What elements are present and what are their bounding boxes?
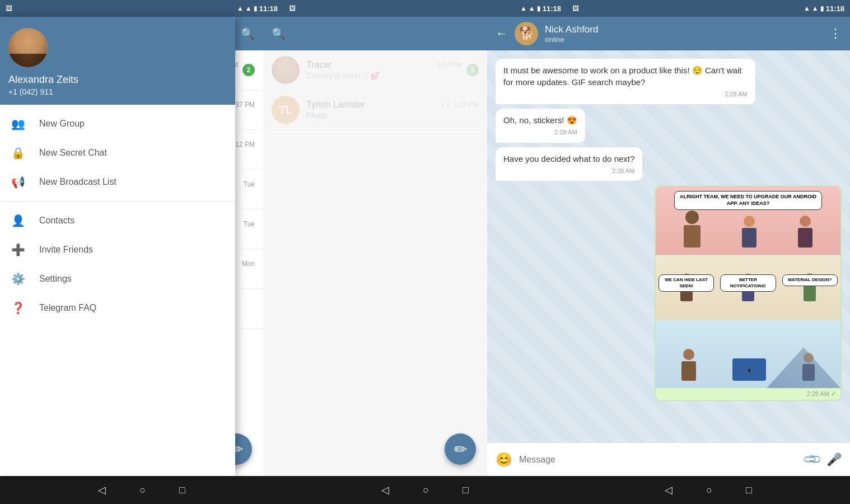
battery-icon-mid: ▮ bbox=[537, 4, 541, 12]
drawer-item-faq[interactable]: ❓ Telegram FAQ bbox=[0, 293, 235, 323]
mid-chat-item-1: Tracer 5:54 PM Cavalry is here! ;) 💕 2 bbox=[263, 50, 487, 90]
battery-icon-right: ▮ bbox=[820, 4, 824, 12]
chat-time-heisenberg: Tue bbox=[244, 180, 255, 188]
main-content: ☰ Telegram 🔍 Tracer 5:54 PM Cavalry is h… bbox=[0, 17, 850, 476]
new-group-label: New Group bbox=[39, 119, 85, 129]
wifi-icon-right: ▲ bbox=[804, 4, 810, 12]
mid-avatar-2: TL bbox=[272, 96, 300, 124]
message-time-2: 2:28 AM bbox=[503, 128, 577, 137]
attach-button[interactable]: 📎 bbox=[802, 449, 823, 470]
search-button[interactable]: 🔍 bbox=[241, 27, 255, 40]
wifi-icon-left: ▲ bbox=[237, 4, 244, 12]
message-time-1: 2:28 AM bbox=[503, 90, 748, 99]
sent-check-icon: ✓ bbox=[831, 390, 836, 397]
back-nav-mid[interactable]: ◁ bbox=[381, 484, 389, 496]
time-left: 11:18 bbox=[259, 4, 278, 13]
nav-bar-right: ◁ ○ □ bbox=[567, 476, 850, 504]
middle-header: 🔍 bbox=[263, 17, 487, 50]
comic-panel-2: WE CAN HIDE LAST SEEN! BETTER NOTIFICATI… bbox=[656, 255, 840, 320]
people-icon: 👥 bbox=[11, 117, 28, 130]
search-icon-mid[interactable]: 🔍 bbox=[272, 27, 286, 40]
message-input-area: 😊 📎 🎤 bbox=[487, 442, 850, 476]
contacts-label: Contacts bbox=[39, 216, 74, 226]
comic-time: 2:28 AM ✓ bbox=[656, 388, 840, 400]
unread-badge-tracer: 2 bbox=[242, 64, 255, 76]
home-nav-right[interactable]: ○ bbox=[706, 484, 712, 496]
back-button[interactable]: ← bbox=[496, 26, 508, 41]
emoji-button[interactable]: 😊 bbox=[496, 452, 512, 468]
middle-chat-list-bg: Tracer 5:54 PM Cavalry is here! ;) 💕 2 T… bbox=[263, 50, 487, 476]
drawer-item-settings[interactable]: ⚙️ Settings bbox=[0, 264, 235, 293]
back-nav-left[interactable]: ◁ bbox=[98, 484, 106, 496]
message-text-3: Have you decided what to do next? bbox=[503, 154, 634, 164]
drawer-divider bbox=[0, 201, 235, 202]
nav-bar-mid: ◁ ○ □ bbox=[283, 476, 567, 504]
message-input[interactable] bbox=[519, 455, 798, 465]
more-options-button[interactable]: ⋮ bbox=[829, 26, 842, 41]
comic-strip: ALRIGHT TEAM, WE NEED TO UPGRADE OUR AND… bbox=[656, 186, 840, 388]
drawer-avatar-image bbox=[8, 28, 48, 67]
drawer-item-contacts[interactable]: 👤 Contacts bbox=[0, 206, 235, 235]
broadcast-label: New Broadcast List bbox=[39, 177, 116, 187]
message-text-2: Oh, no, stickers! 😍 bbox=[503, 115, 577, 125]
drawer-item-broadcast[interactable]: 📢 New Broadcast List bbox=[0, 167, 235, 197]
contact-avatar: 🐕 bbox=[515, 22, 538, 45]
navigation-drawer: Alexandra Zeits +1 (042) 911 👥 New Group… bbox=[0, 17, 235, 476]
chat-time-bender: Tue bbox=[244, 220, 255, 228]
drawer-item-new-group[interactable]: 👥 New Group bbox=[0, 109, 235, 138]
status-icon-image-right: 🖼 bbox=[572, 4, 579, 12]
lock-menu-icon: 🔒 bbox=[11, 146, 28, 160]
left-panel: ☰ Telegram 🔍 Tracer 5:54 PM Cavalry is h… bbox=[0, 17, 263, 476]
status-bar-left: 🖼 ▲ ▲ ▮ 11:18 bbox=[0, 0, 283, 17]
chat-time-overwatch: Mon bbox=[242, 260, 255, 268]
time-mid: 11:18 bbox=[543, 4, 561, 13]
secret-chat-label: New Secret Chat bbox=[39, 148, 107, 158]
mid-compose-fab[interactable]: ✏ bbox=[445, 433, 476, 465]
comic-panel-1: ALRIGHT TEAM, WE NEED TO UPGRADE OUR AND… bbox=[656, 186, 840, 255]
drawer-item-secret-chat[interactable]: 🔒 New Secret Chat bbox=[0, 138, 235, 167]
messages-area: It must be awesome to work on a product … bbox=[487, 50, 850, 442]
signal-icon-mid: ▲ bbox=[529, 4, 535, 12]
broadcast-icon: 📢 bbox=[11, 175, 28, 189]
status-icon-image-left: 🖼 bbox=[6, 4, 12, 12]
comic-text-1: ALRIGHT TEAM, WE NEED TO UPGRADE OUR AND… bbox=[674, 191, 822, 209]
comic-bubble-notif: BETTER NOTIFICATIONS! bbox=[720, 274, 776, 292]
drawer-item-invite[interactable]: ➕ Invite Friends bbox=[0, 235, 235, 264]
drawer-header: Alexandra Zeits +1 (042) 911 bbox=[0, 17, 235, 105]
message-text-1: It must be awesome to work on a product … bbox=[503, 66, 741, 87]
recent-nav-right[interactable]: □ bbox=[746, 484, 752, 496]
wifi-icon-mid: ▲ bbox=[520, 4, 527, 12]
mic-button[interactable]: 🎤 bbox=[826, 452, 842, 467]
drawer-user-phone: +1 (042) 911 bbox=[8, 87, 227, 96]
back-nav-right[interactable]: ◁ bbox=[665, 484, 672, 496]
drawer-user-avatar bbox=[8, 28, 48, 67]
right-panel: ← 🐕 Nick Ashford online ⋮ It must be awe… bbox=[487, 17, 850, 476]
comic-strip-image: ALRIGHT TEAM, WE NEED TO UPGRADE OUR AND… bbox=[655, 185, 842, 401]
home-nav-left[interactable]: ○ bbox=[139, 484, 146, 496]
help-icon: ❓ bbox=[11, 301, 28, 315]
message-bubble-1: It must be awesome to work on a product … bbox=[496, 59, 755, 104]
status-bar-middle: 🖼 ▲ ▲ ▮ 11:18 bbox=[283, 0, 567, 17]
battery-icon-left: ▮ bbox=[254, 4, 258, 12]
mid-avatar-1 bbox=[272, 56, 300, 84]
status-icon-image-mid: 🖼 bbox=[289, 4, 296, 12]
recent-nav-mid[interactable]: □ bbox=[463, 484, 469, 496]
recent-nav-left[interactable]: □ bbox=[179, 484, 185, 496]
message-time-3: 2:28 AM bbox=[503, 167, 634, 175]
comic-bubble-material: MATERIAL DESIGN? bbox=[782, 274, 838, 286]
contact-name: Nick Ashford bbox=[545, 24, 823, 35]
nav-bar-left: ◁ ○ □ bbox=[0, 476, 283, 504]
comic-image-container: ALRIGHT TEAM, WE NEED TO UPGRADE OUR AND… bbox=[655, 185, 842, 401]
contacts-icon: 👤 bbox=[11, 214, 28, 227]
home-nav-mid[interactable]: ○ bbox=[423, 484, 429, 496]
settings-icon: ⚙️ bbox=[11, 272, 28, 286]
status-bar-right: 🖼 ▲ ▲ ▮ 11:18 bbox=[567, 0, 850, 17]
comic-bubble-hide: WE CAN HIDE LAST SEEN! bbox=[658, 274, 714, 292]
message-bubble-2: Oh, no, stickers! 😍 2:28 AM bbox=[496, 109, 585, 142]
drawer-menu: 👥 New Group 🔒 New Secret Chat 📢 New Broa… bbox=[0, 105, 235, 476]
middle-panel: 🔍 Tracer 5:54 PM Cavalry is here! ;) 💕 2… bbox=[263, 17, 487, 476]
mid-chat-item-2: TL Tyrion Lanister ✓✓ 1:37 PM Photo bbox=[263, 90, 487, 130]
drawer-user-name: Alexandra Zeits bbox=[8, 74, 227, 86]
chat-header: ← 🐕 Nick Ashford online ⋮ bbox=[487, 17, 850, 50]
status-bars: 🖼 ▲ ▲ ▮ 11:18 🖼 ▲ ▲ ▮ 11:18 🖼 ▲ ▲ ▮ 11:1… bbox=[0, 0, 850, 17]
